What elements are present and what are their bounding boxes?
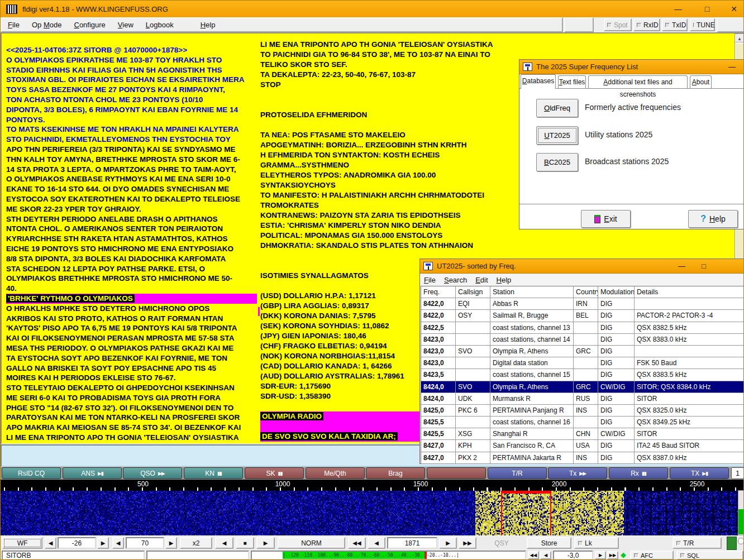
waterfall-display[interactable] xyxy=(1,491,744,535)
table-row[interactable]: 8427,0KPHSan Francisco R, CAUSADIGITA2 4… xyxy=(421,440,744,452)
shift-right-icon[interactable]: ▶ xyxy=(256,537,275,549)
offset-rewind-icon[interactable]: ◀◀ xyxy=(528,551,539,559)
qsy-button[interactable]: QSY xyxy=(479,537,524,549)
table-row[interactable]: 8423,0SVOOlympia R, AthensGRCDIG xyxy=(421,346,744,357)
help-button[interactable]: ? Help xyxy=(688,210,738,228)
menu-help[interactable]: Help xyxy=(194,21,222,29)
signal-range-up-icon[interactable]: ▶ xyxy=(165,537,177,549)
signal-range-down-icon[interactable]: ◀ xyxy=(112,537,124,549)
signal-range-field[interactable]: 70 xyxy=(126,537,164,549)
tx-level-handle[interactable] xyxy=(738,538,744,544)
table-row[interactable]: 8422,0EQIAbbas RIRNDIG xyxy=(421,298,744,310)
ut-menu-search[interactable]: Search xyxy=(444,276,467,284)
freq-up-icon[interactable]: ▶ xyxy=(439,537,457,549)
macro-button-brag[interactable]: Brag xyxy=(366,467,425,479)
afc-checkbox xyxy=(634,553,638,558)
ut2025-button[interactable]: UT2025 xyxy=(536,126,578,145)
maximize-icon[interactable]: □ xyxy=(698,1,717,17)
macro-button-me-qth[interactable]: Me/Qth xyxy=(306,467,365,479)
column-header-station[interactable]: Station xyxy=(490,286,574,298)
table-row[interactable]: 8425,0PKC 6PERTAMINA Panjang RINSDIGQSX … xyxy=(421,405,744,417)
zoom-x2-button[interactable]: x2 xyxy=(180,537,212,549)
wf-mode-button[interactable]: WF xyxy=(2,537,42,549)
minimize-icon[interactable]: — xyxy=(669,1,688,17)
menu-configure[interactable]: Configure xyxy=(68,21,111,29)
cell-country: USA xyxy=(574,440,598,451)
rx-text-line: MOIRES KAI H PERIODOS EKLEISE STO 76-67. xyxy=(6,373,259,383)
toggle-rxid[interactable]: RxID xyxy=(633,18,660,31)
exit-button[interactable]: Exit xyxy=(581,210,631,228)
table-row[interactable]: 8423,5coast stations, channel 15DIGQSX 8… xyxy=(421,369,744,381)
offset-down-icon[interactable]: ◀ xyxy=(540,551,551,559)
macro-button-rsid-cq[interactable]: RsID CQ xyxy=(2,467,61,479)
mode-status-field[interactable]: SITORB xyxy=(2,551,145,560)
oldfreq-button[interactable]: OldFreq xyxy=(536,99,578,117)
bc2025-button[interactable]: BC2025 xyxy=(536,153,578,171)
upper-signal-field[interactable]: -26 xyxy=(58,537,96,549)
table-row[interactable]: 8422,5coast stations, channel 13DIGQSX 8… xyxy=(421,322,744,334)
close-icon[interactable]: ✕ xyxy=(724,1,743,17)
macro-button-sk[interactable]: SK▮▮ xyxy=(245,467,304,479)
toggle-txid[interactable]: TxID xyxy=(662,18,688,31)
shift-left-icon[interactable]: ◀ xyxy=(215,537,233,549)
table-row[interactable]: 8425,5XSGShanghai RCHNCW/DIGSITOR xyxy=(421,428,744,440)
store-button[interactable]: Store xyxy=(527,537,571,549)
offset-forward-icon[interactable]: ▶▶ xyxy=(607,551,618,559)
ut-menu-file[interactable]: File xyxy=(424,276,436,284)
table-row[interactable]: 8425,5coast stations, channel 16DIGQSX 8… xyxy=(421,417,744,428)
table-row[interactable]: 8427,0PKX 2PERTAMINA Jakarta RINSDIGQSX … xyxy=(421,452,744,464)
sql-toggle[interactable]: SQL xyxy=(676,551,743,560)
macro-button-ans[interactable]: ANS▶▮ xyxy=(63,467,122,479)
offset-field[interactable]: -3,0 xyxy=(553,551,593,560)
offset-up-icon[interactable]: ▶ xyxy=(595,551,606,559)
freq-forward-icon[interactable]: ▶▶ xyxy=(459,537,476,549)
txrx-toggle[interactable]: T/R xyxy=(673,537,722,549)
sfl-minimize-icon[interactable]: — xyxy=(728,60,736,74)
lock-toggle[interactable]: Lk xyxy=(574,537,619,549)
ut-title-bar[interactable]: UT2025- sorted by Freq. — □ xyxy=(420,259,744,274)
macro-button-kn[interactable]: KN▮▮ xyxy=(184,467,243,479)
ut-minimize-icon[interactable]: — xyxy=(678,259,685,274)
column-header-country[interactable]: Country xyxy=(574,286,598,298)
menu-logbook[interactable]: Logbook xyxy=(140,21,180,29)
tab-databases[interactable]: Databases xyxy=(521,74,556,89)
norm-speed-button[interactable]: NORM xyxy=(278,537,345,549)
table-row[interactable]: 8424,0SVOOlympia R, AthensGRCCW/DIGSITOR… xyxy=(421,381,744,393)
afc-toggle[interactable]: AFC xyxy=(630,551,674,560)
tx-level-slider[interactable] xyxy=(727,537,737,550)
audio-frequency-field[interactable]: 1871 xyxy=(387,537,437,549)
macro-button-qso[interactable]: QSO▶▶ xyxy=(123,467,182,479)
sfl-title-bar[interactable]: The 2025 Super Frequency List — xyxy=(519,60,744,74)
macro-button-tx[interactable]: Tx▶▶ xyxy=(548,467,607,479)
macro-button-slot-8[interactable] xyxy=(427,467,486,479)
tab-additional-text-files-and-screenshots[interactable]: Additional text files and screenshots xyxy=(588,75,688,88)
tab-text-files[interactable]: Text files xyxy=(558,75,586,88)
menu-view[interactable]: View xyxy=(112,21,140,29)
toggle-spot[interactable]: Spot xyxy=(604,18,632,31)
toggle-tune[interactable]: TUNE xyxy=(690,18,715,31)
upper-signal-up-icon[interactable]: ▶ xyxy=(97,537,109,549)
macro-button-tx[interactable]: TX▶▮ xyxy=(670,467,729,479)
table-row[interactable]: 8424,0UDKMurmansk RRUSDIGSITOR xyxy=(421,393,744,405)
tab-about[interactable]: About xyxy=(690,75,712,88)
ut-maximize-icon[interactable]: □ xyxy=(702,259,706,274)
macro-page-button[interactable]: 1 xyxy=(731,467,744,479)
upper-signal-down-icon[interactable]: ◀ xyxy=(45,537,56,549)
column-header-modulation[interactable]: Modulation xyxy=(598,286,635,298)
menu-file[interactable]: File xyxy=(2,21,26,29)
table-row[interactable]: 8423,0coast stations, channel 14DIGQSX 8… xyxy=(421,334,744,346)
table-row[interactable]: 8423,0Digital data stationDIGFSK 50 Baud xyxy=(421,357,744,369)
column-header-freq[interactable]: Freq. xyxy=(421,286,456,298)
menu-op-mode[interactable]: Op Mode xyxy=(26,21,68,29)
scroll-up-icon[interactable]: ▲ xyxy=(735,34,744,42)
column-header-details[interactable]: Details xyxy=(635,286,744,298)
macro-button-t-r[interactable]: T/R xyxy=(488,467,547,479)
ut-menu-edit[interactable]: Edit xyxy=(475,276,488,284)
freq-down-icon[interactable]: ◀ xyxy=(368,537,385,549)
freq-rewind-icon[interactable]: ◀◀ xyxy=(348,537,366,549)
table-row[interactable]: 8422,0OSYSailmail R, BruggeBELDIGPACTOR-… xyxy=(421,310,744,322)
ut-menu-help[interactable]: Help xyxy=(497,276,512,284)
column-header-callsign[interactable]: Callsign xyxy=(456,286,490,298)
stop-icon[interactable]: ■ xyxy=(236,537,254,549)
macro-button-rx[interactable]: Rx▮▮ xyxy=(609,467,668,479)
